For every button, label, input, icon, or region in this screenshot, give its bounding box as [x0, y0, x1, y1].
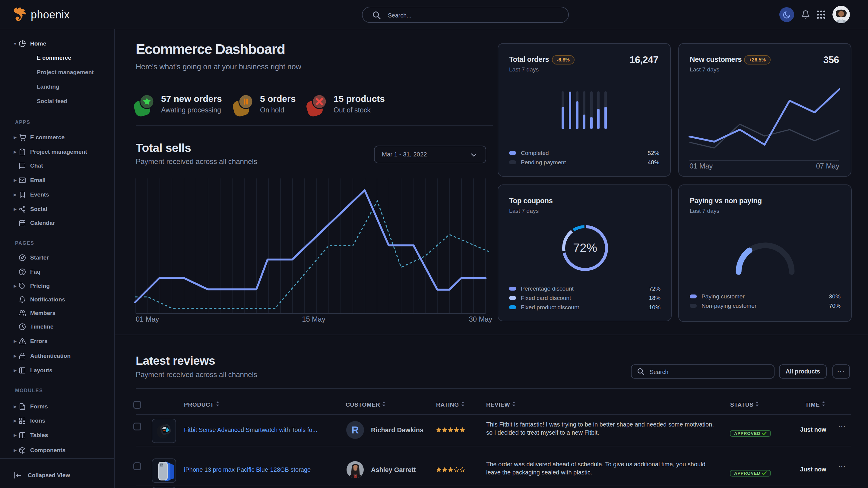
- svg-text:15 May: 15 May: [302, 315, 326, 323]
- svg-text:01 May: 01 May: [136, 315, 159, 323]
- svg-text:07 May: 07 May: [816, 162, 840, 170]
- svg-text:30 May: 30 May: [469, 315, 493, 323]
- svg-text:72%: 72%: [573, 241, 597, 254]
- svg-text:01 May: 01 May: [689, 162, 713, 170]
